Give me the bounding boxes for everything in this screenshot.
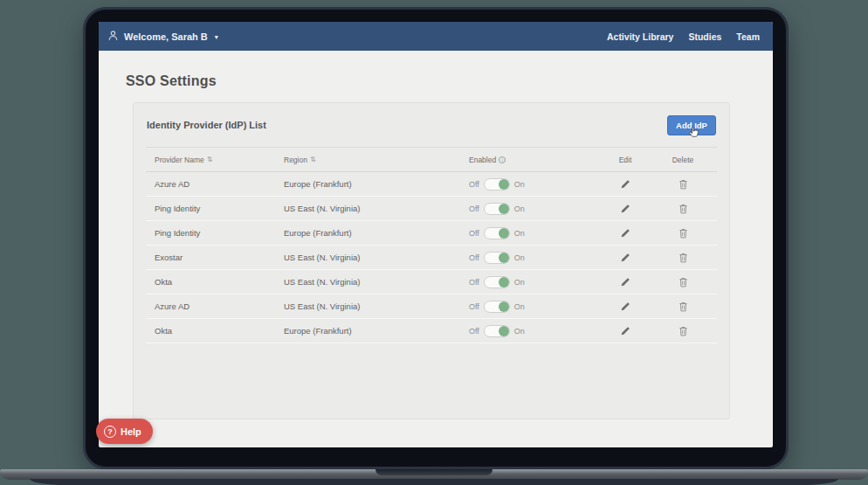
toggle-on-label: On — [514, 253, 525, 262]
nav-link-studies[interactable]: Studies — [688, 31, 721, 42]
table-row: Okta US East (N. Virginia) Off On — [146, 270, 717, 294]
column-header-region[interactable]: Region ⇅ — [284, 156, 469, 164]
table-row: Ping Identity Europe (Frankfurt) Off On — [146, 221, 717, 246]
delete-cell — [658, 300, 708, 314]
enabled-toggle[interactable] — [484, 252, 510, 264]
toggle-on-label: On — [514, 278, 525, 287]
enabled-toggle[interactable] — [484, 325, 510, 337]
column-label: Enabled — [469, 156, 496, 164]
delete-cell — [658, 251, 708, 265]
enabled-cell: Off On — [469, 252, 593, 264]
delete-button[interactable] — [675, 226, 692, 240]
provider-name-cell: Okta — [155, 277, 284, 287]
toggle-on-label: On — [514, 302, 525, 311]
enabled-cell: Off On — [469, 325, 593, 337]
delete-button[interactable] — [675, 300, 692, 314]
nav-link-activity-library[interactable]: Activity Library — [607, 31, 673, 42]
delete-button[interactable] — [675, 251, 692, 265]
edit-button[interactable] — [617, 251, 634, 265]
idp-table: Provider Name ⇅ Region ⇅ Enabled i — [146, 147, 717, 343]
enabled-toggle[interactable] — [484, 227, 510, 239]
sort-icon[interactable]: ⇅ — [207, 156, 213, 163]
column-header-enabled: Enabled i — [469, 156, 593, 164]
edit-button[interactable] — [617, 226, 634, 240]
toggle-off-label: Off — [469, 180, 479, 189]
region-cell: Europe (Frankfurt) — [284, 326, 469, 336]
enabled-cell: Off On — [469, 301, 593, 313]
table-row: Ping Identity US East (N. Virginia) Off … — [146, 197, 717, 221]
table-row: Okta Europe (Frankfurt) Off On — [146, 319, 717, 343]
help-button[interactable]: ? Help — [96, 419, 153, 444]
nav-links: Activity Library Studies Team — [607, 31, 760, 42]
toggle-knob — [499, 301, 509, 312]
table-row: Exostar US East (N. Virginia) Off On — [146, 246, 717, 270]
idp-card-header: Identity Provider (IdP) List Add IdP — [134, 103, 729, 147]
edit-cell — [593, 324, 658, 338]
user-menu[interactable]: Welcome, Sarah B ▾ — [107, 29, 218, 45]
enabled-toggle[interactable] — [484, 203, 510, 215]
enabled-toggle[interactable] — [484, 301, 510, 313]
laptop-mockup-scene: Welcome, Sarah B ▾ Activity Library Stud… — [0, 0, 868, 485]
table-row: Azure AD Europe (Frankfurt) Off On — [146, 172, 717, 197]
column-header-edit: Edit — [593, 156, 658, 164]
toggle-off-label: Off — [469, 302, 479, 311]
provider-name-cell: Azure AD — [155, 179, 284, 189]
edit-cell — [593, 275, 658, 289]
edit-button[interactable] — [617, 177, 634, 191]
page-title: SSO Settings — [126, 73, 773, 89]
provider-name-cell: Ping Identity — [155, 228, 284, 238]
toggle-off-label: Off — [469, 204, 479, 213]
toggle-knob — [499, 326, 509, 336]
toggle-off-label: Off — [469, 327, 479, 336]
laptop-screen: Welcome, Sarah B ▾ Activity Library Stud… — [99, 22, 773, 447]
toggle-on-label: On — [514, 327, 525, 336]
delete-cell — [658, 177, 708, 191]
laptop-base-bottom — [30, 479, 838, 485]
table-body: Azure AD Europe (Frankfurt) Off On — [146, 172, 717, 343]
idp-card-title: Identity Provider (IdP) List — [147, 120, 266, 130]
column-header-delete: Delete — [658, 156, 708, 164]
idp-card: Identity Provider (IdP) List Add IdP — [133, 102, 730, 419]
sso-settings-page: SSO Settings Identity Provider (IdP) Lis… — [99, 73, 773, 447]
caret-down-icon: ▾ — [215, 33, 218, 41]
provider-name-cell: Exostar — [155, 253, 284, 262]
laptop-bezel: Welcome, Sarah B ▾ Activity Library Stud… — [83, 7, 789, 469]
toggle-knob — [499, 179, 509, 190]
delete-cell — [658, 226, 708, 240]
delete-cell — [658, 324, 708, 338]
edit-button[interactable] — [617, 275, 634, 289]
region-cell: US East (N. Virginia) — [284, 204, 469, 213]
region-cell: US East (N. Virginia) — [284, 253, 469, 262]
toggle-knob — [499, 253, 509, 263]
enabled-cell: Off On — [469, 178, 593, 191]
laptop-base-notch — [375, 469, 493, 475]
info-icon[interactable]: i — [499, 156, 506, 163]
toggle-knob — [499, 228, 509, 239]
delete-button[interactable] — [675, 177, 692, 191]
sort-icon[interactable]: ⇅ — [310, 156, 316, 163]
nav-link-team[interactable]: Team — [736, 31, 760, 42]
enabled-cell: Off On — [469, 276, 593, 288]
enabled-cell: Off On — [469, 227, 593, 239]
column-label: Region — [284, 156, 307, 164]
toggle-off-label: Off — [469, 229, 479, 238]
toggle-off-label: Off — [469, 278, 479, 287]
edit-button[interactable] — [617, 202, 634, 216]
question-mark-icon: ? — [104, 426, 116, 438]
edit-cell — [593, 300, 658, 314]
enabled-toggle[interactable] — [484, 276, 510, 288]
enabled-toggle[interactable] — [484, 178, 510, 191]
region-cell: Europe (Frankfurt) — [284, 228, 469, 238]
table-row: Azure AD US East (N. Virginia) Off On — [146, 294, 717, 319]
edit-button[interactable] — [617, 300, 634, 314]
delete-button[interactable] — [675, 202, 692, 216]
toggle-knob — [499, 204, 509, 214]
column-header-provider-name[interactable]: Provider Name ⇅ — [155, 156, 284, 164]
edit-button[interactable] — [617, 324, 634, 338]
table-header-row: Provider Name ⇅ Region ⇅ Enabled i — [146, 148, 717, 172]
add-idp-button[interactable]: Add IdP — [667, 115, 716, 135]
top-navbar: Welcome, Sarah B ▾ Activity Library Stud… — [99, 22, 773, 51]
delete-button[interactable] — [675, 324, 692, 338]
provider-name-cell: Azure AD — [155, 301, 284, 311]
delete-button[interactable] — [675, 275, 692, 289]
